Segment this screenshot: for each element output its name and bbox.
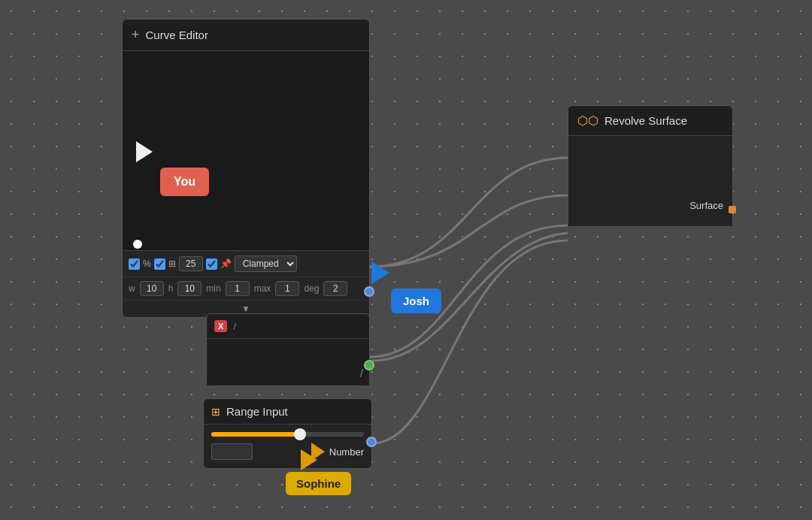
curve-editor-header[interactable]: + Curve Editor xyxy=(123,20,369,51)
josh-cursor-triangle xyxy=(371,262,389,284)
josh-label: Josh xyxy=(391,289,441,313)
formula-node: X / / xyxy=(206,313,370,386)
you-cursor-triangle xyxy=(136,141,153,162)
formula-output-connector[interactable] xyxy=(364,360,374,370)
revolve-surface-node: ⬡⬡ Revolve Surface Surface xyxy=(568,105,733,227)
toolbar-number-input[interactable] xyxy=(179,256,203,271)
curve-control-point[interactable] xyxy=(133,240,142,249)
sophine-cursor-triangle xyxy=(301,449,317,470)
height-label: h xyxy=(168,283,174,294)
toolbar-checkbox-3[interactable] xyxy=(206,258,217,270)
range-slider-thumb[interactable] xyxy=(294,428,306,440)
curve-editor-canvas[interactable]: You xyxy=(123,51,369,250)
deg-input[interactable] xyxy=(323,281,347,296)
range-input-title: Range Input xyxy=(226,405,288,418)
curve-editor-output-connector[interactable] xyxy=(364,286,374,297)
sophine-cursor-area: Sophine xyxy=(286,449,351,495)
curve-editor-fields: w h min max deg xyxy=(123,277,369,300)
max-label: max xyxy=(254,283,271,294)
percent-icon: % xyxy=(143,258,151,269)
toolbar-checkbox-2[interactable] xyxy=(154,258,165,270)
surface-output-connector[interactable] xyxy=(729,206,736,213)
revolve-icon: ⬡⬡ xyxy=(577,113,598,128)
add-icon: + xyxy=(132,27,140,43)
formula-header[interactable]: X / xyxy=(207,314,369,339)
clamped-dropdown[interactable]: Clamped xyxy=(235,255,297,272)
min-input[interactable] xyxy=(226,281,250,296)
curve-editor-toolbar: % ⊞ 📌 Clamped xyxy=(123,250,369,277)
min-label: min xyxy=(206,283,220,294)
formula-slash-header: / xyxy=(233,321,236,332)
range-output-connector[interactable] xyxy=(366,437,377,447)
range-value-input[interactable] xyxy=(211,443,253,460)
revolve-surface-title: Revolve Surface xyxy=(604,114,687,127)
revolve-surface-header[interactable]: ⬡⬡ Revolve Surface xyxy=(568,106,732,136)
collapse-arrow-icon: ▼ xyxy=(241,304,250,314)
formula-body[interactable]: / xyxy=(207,339,369,385)
formula-body-text: / xyxy=(360,367,363,379)
range-icon: ⊞ xyxy=(211,406,220,418)
sophine-label: Sophine xyxy=(286,472,351,495)
deg-label: deg xyxy=(304,283,319,294)
surface-output-label: Surface xyxy=(689,200,723,211)
grid-icon: ⊞ xyxy=(168,258,176,269)
range-input-header[interactable]: ⊞ Range Input xyxy=(204,399,371,425)
width-input[interactable] xyxy=(140,281,164,296)
range-slider-track[interactable] xyxy=(211,432,364,437)
curve-editor-node: + Curve Editor You % ⊞ 📌 Clamped w h min… xyxy=(122,19,370,318)
pin-icon: 📌 xyxy=(220,258,232,269)
curve-editor-title: Curve Editor xyxy=(146,29,208,41)
formula-x-icon: X xyxy=(214,320,227,332)
width-label: w xyxy=(129,283,135,294)
toolbar-checkbox-1[interactable] xyxy=(129,258,140,270)
revolve-surface-body: Surface xyxy=(568,136,732,226)
max-input[interactable] xyxy=(275,281,299,296)
range-slider-fill xyxy=(211,432,303,437)
you-avatar: You xyxy=(160,168,209,196)
height-input[interactable] xyxy=(177,281,201,296)
